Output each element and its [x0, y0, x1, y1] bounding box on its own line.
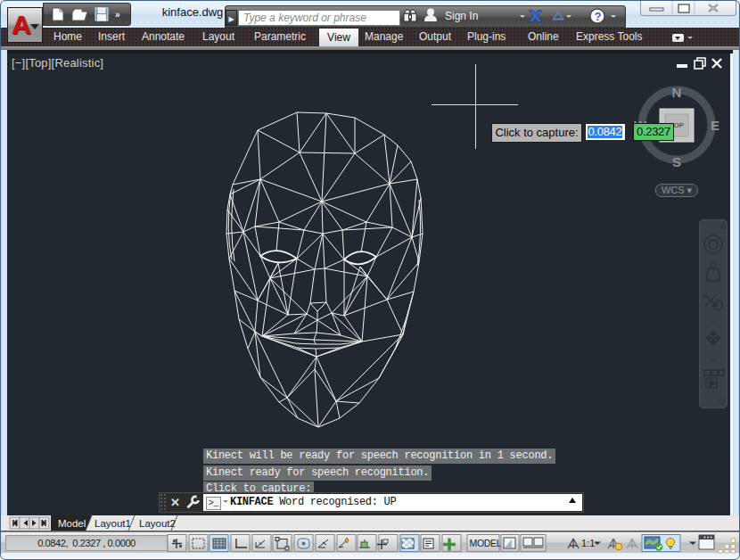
svg-text:E: E	[711, 118, 719, 133]
svg-text:Model: Model	[58, 518, 86, 529]
svg-text:N: N	[672, 85, 682, 100]
svg-text:⚙: ⚙	[719, 222, 727, 231]
svg-text:Layout2: Layout2	[139, 518, 176, 529]
svg-text:?: ?	[595, 10, 602, 23]
svg-text:1:1: 1:1	[581, 538, 595, 548]
svg-text:⚙: ⚙	[718, 397, 725, 406]
svg-text:MODEL: MODEL	[470, 538, 502, 548]
svg-text:Sign In: Sign In	[445, 10, 478, 22]
svg-text:Layout1: Layout1	[95, 518, 131, 529]
svg-text:»: »	[115, 10, 120, 20]
svg-text:S: S	[672, 154, 681, 169]
